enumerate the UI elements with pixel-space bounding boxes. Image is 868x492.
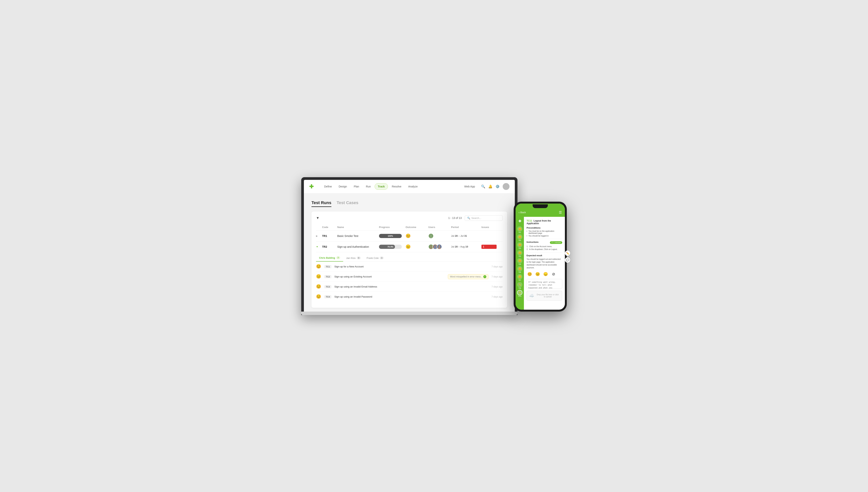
phone-chat-icon[interactable]: 💬 <box>565 257 570 263</box>
bell-icon[interactable]: 🔔 <box>488 184 492 189</box>
outcome-pass-btn[interactable]: 😊 <box>526 271 533 277</box>
phone-tc-item-8[interactable]: ✏️ TC8 <box>517 282 522 289</box>
outcome-tr1: 😊 <box>405 233 428 239</box>
outcome-blocked-btn[interactable]: ⊘ <box>550 271 557 277</box>
col-toggle <box>316 226 322 228</box>
tc3-time: 7 days ago <box>491 286 503 288</box>
tc4-time: 7 days ago <box>491 295 503 298</box>
search-box[interactable]: 🔍 Search... <box>465 215 503 221</box>
assignee-tab-chris[interactable]: Chris Balding 7 <box>316 254 343 262</box>
assignee-tab-jan[interactable]: Jan Klos 9 <box>343 254 363 262</box>
phone-tc-item-5[interactable]: 😊 TC5 <box>517 258 522 265</box>
phone-logo: ✚ <box>518 219 521 223</box>
row-toggle-tr1[interactable]: ▶ <box>316 235 322 237</box>
gear-icon[interactable]: ⚙️ <box>495 184 500 189</box>
assignee-count-jan: 9 <box>357 256 360 259</box>
table-toolbar: ▼ 1 - 13 of 13 🔍 Search... <box>316 215 503 221</box>
nav-plan[interactable]: Plan <box>351 183 362 190</box>
assignee-tabs: Chris Balding 7 Jan Klos 9 Frank Cole 3 <box>316 254 503 262</box>
back-chevron-icon: ‹ <box>519 211 519 214</box>
progress-label-tr1: 100% <box>388 235 393 237</box>
phone-preconditions-title: Preconditions <box>526 227 562 229</box>
logo-icon[interactable]: ✚ <box>309 183 313 190</box>
progress-label-tr2: 70.4% <box>388 246 393 248</box>
phone-precondition-2: You should be logged in <box>526 235 562 237</box>
phone-tc3-circle: 😊 <box>517 242 522 247</box>
phone-tc11-label: TC11 <box>518 295 521 297</box>
tc-row-3: 😊 TC3 Sign-up using an Invalid Email Add… <box>316 282 503 292</box>
outcome-tr2: 😐 <box>405 244 428 249</box>
svg-point-0 <box>505 184 508 187</box>
svg-point-9 <box>438 247 441 249</box>
phone-step-1: 1. Click on the Account menu. <box>526 245 562 247</box>
phone-tc-item-6[interactable]: 😊 TC6 <box>517 266 522 273</box>
assignee-name-chris: Chris Balding <box>319 256 335 259</box>
col-name: Name <box>337 226 379 228</box>
tc3-code: TC3 <box>324 285 331 288</box>
phone-expected-title: Expected result <box>526 254 562 256</box>
phone-tc2-circle: 😊 <box>517 234 522 240</box>
phone-screen: ‹ Back ☰ ✚ 😊 TC1 😊 <box>516 203 565 310</box>
project-name[interactable]: Web App <box>461 183 478 190</box>
nav-resolve[interactable]: Resolve <box>389 183 404 190</box>
nav-analyze[interactable]: Analyze <box>405 183 421 190</box>
phone-tc-item-11[interactable]: ✏️ TC11 <box>517 290 522 297</box>
phone-tc-item-7[interactable]: 😊 TC7 <box>517 274 522 281</box>
table-row-tr2: ▼ TR2 Sign-up and Authentication 70.4% 😐 <box>316 242 503 252</box>
tab-test-runs[interactable]: Test Runs <box>311 200 331 207</box>
tc2-time: 7 days ago <box>491 275 503 278</box>
tc2-note-text: Word misspelled in error mess... <box>450 275 483 278</box>
svg-point-4 <box>430 245 432 247</box>
phone-upload-area[interactable]: ☁️ Drop your file here or click to uploa… <box>526 291 562 301</box>
phone-tc6-circle: 😊 <box>517 266 522 271</box>
laptop-frame: ✚ Define Design Plan Run Track Resolve A… <box>301 177 517 315</box>
nav-right: Web App 🔍 🔔 ⚙️ <box>461 183 510 190</box>
phone-tc-item-4[interactable]: 😊 TC4 <box>517 250 522 257</box>
phone-tc-item-2[interactable]: 😊 TC2 <box>517 234 522 241</box>
phone-tc4-label: TC4 <box>518 256 521 257</box>
search-icon[interactable]: 🔍 <box>481 184 485 189</box>
phone-tc11-circle: ✏️ <box>517 290 522 295</box>
phone-upload-text: Drop your file here or click to upload <box>536 294 560 298</box>
col-code: Code <box>322 226 337 228</box>
svg-point-3 <box>429 236 432 239</box>
col-period: Period <box>451 226 482 228</box>
phone-tc8-circle: ✏️ <box>517 282 522 287</box>
row-toggle-tr2[interactable]: ▼ <box>316 245 322 248</box>
tc2-add-icon[interactable]: + <box>483 275 486 278</box>
nav-track[interactable]: Track <box>375 183 388 190</box>
user-avatar[interactable] <box>503 183 510 190</box>
assignee-tab-frank[interactable]: Frank Cole 3 <box>363 254 387 262</box>
phone-tc4-circle: 😊 <box>517 250 522 255</box>
table-header: Code Name Progress Outcome Users Period … <box>316 224 503 231</box>
back-label[interactable]: Back <box>520 211 526 214</box>
assignee-name-jan: Jan Klos <box>346 256 356 260</box>
navbar: ✚ Define Design Plan Run Track Resolve A… <box>304 180 515 194</box>
nav-define[interactable]: Define <box>321 183 335 190</box>
tab-test-cases[interactable]: Test Cases <box>337 200 358 207</box>
phone-comment-textarea[interactable] <box>526 279 562 289</box>
phone-menu-icon[interactable]: ☰ <box>559 211 562 215</box>
outcome-neutral-btn[interactable]: 😐 <box>535 271 541 277</box>
nav-design[interactable]: Design <box>335 183 350 190</box>
phone-tc-title: TC11 Logout from the Application <box>526 219 562 225</box>
outcome-fail-btn[interactable]: 😞 <box>542 271 548 277</box>
phone-tc-item-1[interactable]: 😊 TC1 <box>517 226 522 233</box>
phone-step-2: 2. In the dropdown, Click on Logout. <box>526 248 562 250</box>
svg-point-6 <box>434 245 436 247</box>
upload-icon: ☁️ <box>529 293 534 298</box>
phone-step-1-text: Click on the Account menu. <box>529 245 552 247</box>
filter-icon[interactable]: ▼ <box>316 216 320 220</box>
phone-tc8-label: TC8 <box>518 288 521 289</box>
phone-tc1-label: TC1 <box>518 232 521 233</box>
tc2-code: TC2 <box>324 275 331 278</box>
nav-run[interactable]: Run <box>363 183 374 190</box>
assignee-name-frank: Frank Cole <box>367 256 379 260</box>
svg-point-1 <box>503 188 509 190</box>
tc-rows: 😊 TC1 Sign-up for a New Account 7 days a… <box>316 262 503 302</box>
col-outcome: Outcome <box>405 226 428 228</box>
user-avatar-1 <box>428 233 433 239</box>
phone-pencil-icon[interactable]: ✏️ <box>565 250 570 256</box>
phone-tc-item-3[interactable]: 😊 TC3 <box>517 242 522 249</box>
phone-tc6-label: TC6 <box>518 272 521 273</box>
